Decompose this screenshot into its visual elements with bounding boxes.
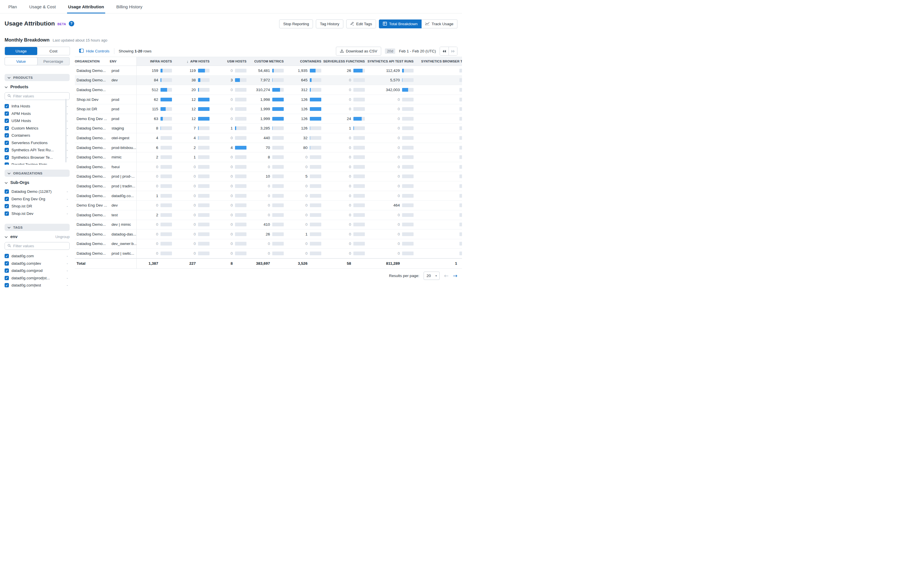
column-header-usm-hosts[interactable]: USM HOSTS — [210, 57, 246, 66]
table-row[interactable]: Datadog Demo...datad0g.co...1000000 — [75, 191, 462, 201]
usage-toggle[interactable]: Usage — [5, 47, 37, 55]
filter-values-input[interactable] — [13, 244, 67, 248]
column-header-env[interactable]: ENV — [110, 57, 137, 66]
checkbox-checked-icon[interactable]: ✓ — [5, 204, 9, 208]
tab-plan[interactable]: Plan — [8, 0, 17, 13]
checkbox-checked-icon[interactable]: ✓ — [5, 141, 9, 145]
table-row[interactable]: Datadog Demo...dev | mimic000410000 — [75, 220, 462, 230]
column-header-custom-metrics[interactable]: CUSTOM METRICS — [246, 57, 284, 66]
value-cell: 645 — [284, 76, 321, 85]
checkbox-checked-icon[interactable]: ✓ — [5, 119, 9, 123]
value-toggle[interactable]: Value — [5, 58, 37, 65]
section-header-products[interactable]: PRODUCTS — [5, 74, 69, 81]
usage-bar — [198, 184, 210, 188]
tab-usage-cost[interactable]: Usage & Cost — [29, 0, 56, 13]
tag-history-button[interactable]: Tag History — [316, 20, 343, 28]
value-cell: 0 — [321, 210, 365, 220]
stop-reporting-button[interactable]: Stop Reporting — [279, 20, 313, 28]
table-row[interactable]: Demo Eng Dev ...prod631201,999126240 — [75, 114, 462, 124]
table-row[interactable]: Shop.ist DRprod1151201,99912600 — [75, 104, 462, 114]
hide-controls-link[interactable]: Hide Controls — [79, 49, 109, 54]
usage-bar-fill — [160, 117, 163, 121]
checkbox-checked-icon[interactable]: ✓ — [5, 155, 9, 160]
checkbox-checked-icon[interactable]: ✓ — [5, 276, 9, 280]
table-row[interactable]: Datadog Demo...512200310,2743120342,003 — [75, 85, 462, 95]
table-row[interactable]: Shop.ist Devprod621201,99812600 — [75, 95, 462, 105]
value-cell: 4 — [137, 133, 172, 143]
download-icon — [340, 49, 344, 54]
table-row[interactable]: Datadog Demo...datadog-das...00026100 — [75, 229, 462, 239]
group-products[interactable]: Products — [5, 83, 69, 90]
checkbox-checked-icon[interactable]: ✓ — [5, 148, 9, 152]
checkbox-checked-icon[interactable]: ✓ — [5, 283, 9, 287]
checkbox-checked-icon[interactable]: ✓ — [5, 197, 9, 201]
sidebar-scrollbar[interactable] — [65, 99, 66, 163]
download-csv-button[interactable]: Download as CSV — [336, 47, 381, 56]
previous-period-button[interactable] — [440, 47, 449, 55]
checkbox-checked-icon[interactable]: ✓ — [5, 163, 9, 165]
org-cell: Datadog Demo... — [75, 172, 110, 181]
checkbox-checked-icon[interactable]: ✓ — [5, 112, 9, 116]
list-item-datad0g-com-prod: ✓datad0g.com|prod- — [5, 267, 69, 275]
table-row[interactable]: Datadog Demo...prod | switc...0000000 — [75, 249, 462, 258]
table-row[interactable]: Demo Eng Dev ...dev000000464 — [75, 201, 462, 210]
value-cell: 0 — [210, 85, 246, 95]
usage-bar — [198, 107, 210, 111]
table-row[interactable]: Datadog Demo...staging8713,28512610 — [75, 124, 462, 133]
percentage-toggle[interactable]: Percentage — [37, 58, 69, 65]
checkbox-checked-icon[interactable]: ✓ — [5, 104, 9, 108]
tab-billing-history[interactable]: Billing History — [116, 0, 142, 13]
previous-page-arrow[interactable]: ← — [444, 273, 449, 278]
column-header-organization[interactable]: ORGANIZATION — [75, 57, 110, 66]
checkbox-checked-icon[interactable]: ✓ — [5, 133, 9, 138]
column-header-containers[interactable]: CONTAINERS — [284, 57, 321, 66]
usage-bar — [459, 146, 462, 150]
track-usage-button[interactable]: Track Usage — [422, 20, 457, 28]
group-env[interactable]: envUngroup — [5, 233, 69, 240]
column-header-synthetics-api-test-runs[interactable]: SYNTHETICS API TEST RUNS — [365, 57, 414, 66]
cell-value: 0 — [305, 184, 307, 188]
ungroup-link[interactable]: Ungroup — [55, 235, 69, 239]
usage-bar — [272, 165, 284, 169]
tab-usage-attribution[interactable]: Usage Attribution — [68, 0, 104, 13]
group-label: env — [10, 234, 18, 239]
checkbox-checked-icon[interactable]: ✓ — [5, 268, 9, 273]
next-page-arrow[interactable]: → — [453, 273, 457, 278]
checkbox-checked-icon[interactable]: ✓ — [5, 126, 9, 130]
group-label: Sub-Orgs — [10, 180, 29, 185]
checkbox-checked-icon[interactable]: ✓ — [5, 254, 9, 258]
checkbox-checked-icon[interactable]: ✓ — [5, 211, 9, 216]
value-cell: 0 — [210, 210, 246, 220]
table-row[interactable]: Datadog Demo...otel-ingest4404403200 — [75, 133, 462, 143]
help-icon[interactable]: ? — [69, 21, 74, 26]
filter-values-input[interactable] — [13, 94, 67, 98]
checkbox-checked-icon[interactable]: ✓ — [5, 189, 9, 194]
table-row[interactable]: Datadog Demo...mimic2108000 — [75, 152, 462, 162]
cell-value: 5 — [305, 174, 307, 178]
section-header-tags[interactable]: TAGS — [5, 224, 69, 231]
column-header-apm-hosts[interactable]: ↓APM HOSTS — [172, 57, 210, 66]
next-period-button[interactable] — [449, 47, 457, 55]
value-cell: 0 — [284, 191, 321, 201]
table-row[interactable]: Datadog Demo...dev843837,97264505,570 — [75, 76, 462, 86]
table-row[interactable]: Datadog Demo...test2000000 — [75, 210, 462, 220]
table-row[interactable]: Datadog Demo...prod | prod-...00010500 — [75, 172, 462, 182]
group-sub-orgs[interactable]: Sub-Orgs — [5, 179, 69, 186]
table-row[interactable]: Datadog Demo...prod | tradin...0000000 — [75, 181, 462, 191]
checkbox-checked-icon[interactable]: ✓ — [5, 261, 9, 266]
column-header-synthetics-browser-tests[interactable]: SYNTHETICS BROWSER TESTS — [414, 57, 462, 66]
value-cell: 126 — [284, 114, 321, 123]
table-row[interactable]: Datadog Demo...prod-bitsbou...624708000 — [75, 143, 462, 153]
column-header-infra-hosts[interactable]: INFRA HOSTS — [137, 57, 172, 66]
results-per-page-select[interactable]: 20 ▾ — [424, 272, 440, 280]
table-row[interactable]: Datadog Demo...fseui0000000 — [75, 162, 462, 172]
edit-tags-button[interactable]: Edit Tags — [346, 20, 376, 28]
section-header-organizations[interactable]: ORGANIZATIONS — [5, 170, 69, 177]
table-row[interactable]: Datadog Demo...dev_owner:b...0000000 — [75, 239, 462, 249]
value-cell: 54,481 — [246, 66, 284, 75]
total-breakdown-button[interactable]: Total Breakdown — [379, 20, 422, 28]
cost-toggle[interactable]: Cost — [37, 47, 69, 55]
usage-bar — [402, 88, 414, 92]
column-header-serverless-functions[interactable]: SERVERLESS FUNCTIONS — [321, 57, 365, 66]
table-row[interactable]: Datadog Demo...prod159119054,4811,935261… — [75, 66, 462, 76]
